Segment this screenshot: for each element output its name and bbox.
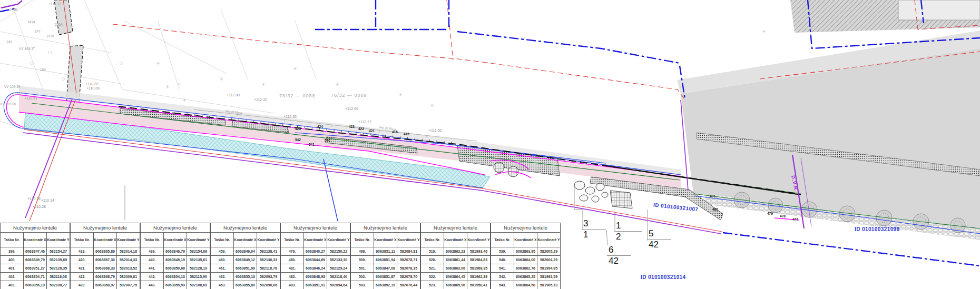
point-number-cell: 500.: [351, 256, 374, 264]
point-label: 540: [325, 138, 330, 142]
marking-table: Nužymėjimo lentelė Taško Nr.Koordinatė X…: [140, 223, 210, 289]
coordinate-cell: 582116,06: [47, 273, 70, 281]
coordinate-cell: 581993,46: [467, 247, 491, 256]
point-number-cell: 461.: [211, 264, 234, 273]
elevation-label: +112.20: [254, 98, 267, 102]
coordinate-cell: 582076,44: [397, 281, 420, 289]
coordinate-cell: 582128,19: [187, 264, 210, 273]
coordinate-cell: 6063848,93: [304, 273, 327, 281]
parcel-label: 76/32 — 0088: [279, 93, 316, 98]
column-header: Koordinatė X: [444, 233, 467, 247]
table-title-row: Nužymėjimo lentelė: [141, 223, 210, 233]
coordinate-cell: 582014,16: [117, 247, 140, 256]
point-number-cell: 522.: [421, 273, 444, 281]
point-label: 481: [710, 194, 716, 198]
marking-table: Nužymėjimo lentelė Taško Nr.Koordinatė X…: [420, 223, 491, 289]
table-row: 541.6063862,76581994,85: [491, 264, 561, 273]
point-label: 541: [309, 143, 315, 146]
marking-table: Nužymėjimo lentelė Taško Nr.Koordinatė X…: [491, 223, 561, 289]
table-title: Nužymėjimo lentelė: [1, 223, 70, 233]
table-row: 400.6063849,79582135,69: [1, 256, 70, 264]
planter-circle: [494, 162, 504, 173]
coordinate-cell: 582078,15: [397, 264, 420, 273]
callout-bottom-number: 42: [607, 255, 631, 266]
point-number-cell: 480.: [281, 256, 304, 264]
point-number-cell: 463.: [211, 281, 234, 289]
column-header: Taško Nr.: [1, 233, 24, 247]
coordinate-cell: 582004,29: [537, 256, 561, 264]
coordinate-cell: 6063851,99: [234, 264, 257, 273]
coordinate-cell: 582118,78: [257, 264, 280, 273]
coordinate-cell: 582093,79: [257, 273, 280, 281]
point-number-cell: 462.: [211, 273, 234, 281]
point-number-cell: 459.: [211, 247, 234, 256]
point-label: 425: [295, 127, 301, 131]
coordinate-cell: 6063854,71: [24, 273, 47, 281]
building-outline: [898, 0, 980, 20]
plot-id-label: ID 010100321098: [855, 226, 900, 232]
column-header: Koordinatė Y: [537, 233, 561, 247]
table-title: Nužymėjimo lentelė: [281, 223, 350, 233]
survey-label: 147: [35, 29, 41, 33]
point-number-cell: 443.: [141, 281, 164, 289]
survey-label: 106A: [55, 23, 63, 26]
table-title: Nužymėjimo lentelė: [71, 223, 140, 233]
driveway-strips: [54, 0, 83, 103]
table-row: 422.6063868,79582009,61: [71, 273, 140, 281]
table-row: 521.6063863,06581968,35: [421, 264, 491, 273]
coordinate-cell: 6063862,23: [444, 247, 467, 256]
table-row: 479.6063840,27582150,22: [281, 247, 350, 256]
point-number-cell: 421.: [71, 264, 94, 273]
table-row: 522.6063864,45581962,38: [421, 273, 491, 281]
column-header: Koordinatė Y: [187, 233, 210, 247]
column-header: Koordinatė X: [234, 233, 257, 247]
table-title: Nužymėjimo lentelė: [141, 223, 210, 233]
table-row: 503.6063852,19582076,44: [351, 281, 420, 289]
coordinate-cell: 581962,38: [467, 273, 491, 281]
coordinate-cell: 582133,30: [327, 256, 350, 264]
coordinate-cell: 582129,24: [327, 264, 350, 273]
point-number-cell: 483.: [281, 281, 304, 289]
plot-id-label: ID 010100321014: [641, 274, 686, 280]
coordinate-cell: 582135,61: [187, 256, 210, 264]
coordinate-cell: 6063851,91: [304, 281, 327, 289]
elevation-label: +110.34: [41, 198, 54, 202]
point-number-cell: 440.: [141, 256, 164, 264]
coordinate-cell: 582007,75: [117, 281, 140, 289]
survey-label: VV 109.06: [0, 102, 16, 106]
column-header: Taško Nr.: [211, 233, 234, 247]
column-header: Koordinatė X: [304, 233, 327, 247]
coordinate-cell: 581968,35: [467, 264, 491, 273]
point-number-cell: 422.: [71, 273, 94, 281]
point-number-cell: 442.: [141, 273, 164, 281]
elevation-label: +112.33: [283, 115, 297, 118]
survey-label: 150: [40, 68, 46, 72]
column-header: Koordinatė Y: [47, 233, 70, 247]
table-row: 481.6063846,24582129,24: [281, 264, 350, 273]
point-number-cell: 520.: [421, 256, 444, 264]
point-number-cell: 402.: [1, 273, 24, 281]
table-row: 403.6063856,19582108,77: [1, 281, 70, 289]
coordinate-cell: 6063854,13: [164, 273, 187, 281]
table-header-row: Taško Nr.Koordinatė XKoordinatė Y: [351, 233, 420, 247]
table-row: 401.6063851,27582128,35: [1, 264, 70, 273]
coordinate-cell: 582078,70: [397, 273, 420, 281]
table-row: 441.6063850,68582128,19: [141, 264, 210, 273]
coordinate-cell: 6063864,58: [514, 281, 537, 289]
column-header: Koordinatė Y: [327, 233, 350, 247]
point-number-cell: 399.: [1, 247, 24, 256]
table-row: 442.6063854,13582115,90: [141, 273, 210, 281]
survey-label: 1970: [46, 34, 54, 38]
marking-table: Nužymėjimo lentelė Taško Nr.Koordinatė X…: [210, 223, 280, 289]
table-row: 543.6063864,58581985,13: [491, 281, 561, 289]
callout-top-number: 1: [614, 221, 642, 231]
survey-label: 149: [6, 40, 12, 44]
coordinate-cell: 582014,33: [117, 256, 140, 264]
coordinate-cell: 6063851,27: [24, 264, 47, 273]
point-label: 421: [369, 129, 375, 133]
elevation-label: +112.77: [358, 120, 371, 124]
coordinate-cell: 6063855,13: [234, 273, 257, 281]
coordinate-cell: 6063865,25: [514, 273, 537, 281]
table-row: 439.6063846,79582154,69: [141, 247, 210, 256]
table-title: Nužymėjimo lentelė: [211, 223, 280, 233]
